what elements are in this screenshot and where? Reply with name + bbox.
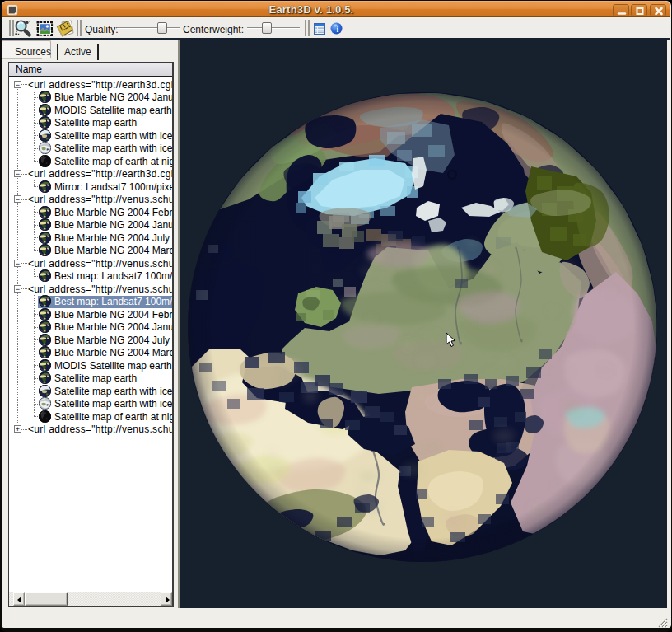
svg-text:i: i bbox=[337, 25, 339, 34]
